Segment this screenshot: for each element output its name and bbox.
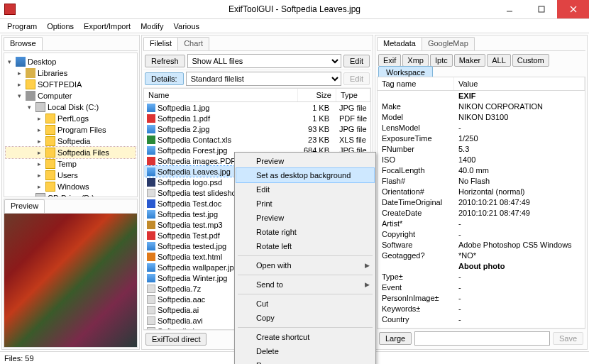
tab-browse[interactable]: Browse	[4, 37, 43, 50]
col-type[interactable]: Type	[336, 89, 370, 101]
context-menu-item[interactable]: Edit	[236, 182, 374, 197]
metadata-body[interactable]: EXIFMakeNIKON CORPORATIONModelNIKON D310…	[378, 91, 585, 325]
metadata-row[interactable]: ExposureTime1/250	[378, 133, 585, 144]
context-menu-item[interactable]: Delete	[236, 344, 374, 358]
metadata-row[interactable]: Event-	[378, 282, 585, 293]
tab-googlemap[interactable]: GoogleMap	[422, 37, 475, 50]
menu-modify[interactable]: Modify	[136, 21, 167, 32]
tree-item[interactable]: ▾Desktop	[6, 56, 136, 67]
expander-icon[interactable]: ▾	[26, 104, 33, 111]
metadata-row[interactable]: Type±-	[378, 272, 585, 282]
details-button[interactable]: Details:	[145, 72, 184, 85]
folder-tree[interactable]: ▾Desktop▸Libraries▸SOFTPEDIA▾Computer▾Lo…	[4, 53, 138, 197]
tab-metadata[interactable]: Metadata	[377, 37, 422, 50]
filter-combo[interactable]: Show ALL files	[187, 54, 342, 68]
metadata-row[interactable]: Flash#No Flash	[378, 176, 585, 187]
expander-icon[interactable]: ▾	[16, 92, 23, 100]
metadata-row[interactable]: About photo	[378, 261, 585, 272]
expander-icon[interactable]: ▸	[35, 149, 43, 157]
metadata-row[interactable]: FNumber5.3	[378, 144, 585, 155]
file-row[interactable]: Softpedia 1.jpg1 KBJPG file	[144, 102, 370, 113]
metadata-row[interactable]: LensModel-	[378, 123, 585, 133]
metadata-row[interactable]: MakeNIKON CORPORATION	[378, 101, 585, 112]
tree-item[interactable]: ▸Users	[6, 170, 136, 181]
meta-btn-xmp[interactable]: Xmp	[402, 54, 429, 67]
context-menu-item[interactable]: Rotate left	[236, 239, 374, 253]
meta-btn-custom[interactable]: Custom	[512, 54, 549, 67]
metadata-value-input[interactable]	[414, 331, 550, 346]
expander-icon[interactable]: ▸	[35, 115, 43, 123]
tree-item[interactable]: ▸Program Files	[6, 124, 136, 136]
expander-icon[interactable]: ▾	[6, 58, 13, 66]
menu-program[interactable]: Program	[3, 21, 41, 32]
menu-options[interactable]: Options	[43, 21, 78, 32]
col-value[interactable]: Value	[454, 77, 585, 90]
context-menu-item[interactable]: Copy	[236, 311, 374, 325]
expander-icon[interactable]: ▸	[35, 138, 43, 145]
refresh-button[interactable]: Refresh	[145, 55, 185, 67]
tree-item[interactable]: ▸Libraries	[6, 67, 136, 79]
context-menu-item[interactable]: Send to▶	[236, 277, 374, 292]
context-menu-item[interactable]: Print	[236, 197, 374, 211]
metadata-row[interactable]: PersonInImage±-	[378, 293, 585, 304]
metadata-row[interactable]: Copyright-	[378, 229, 585, 240]
filelist-mode-combo[interactable]: Standard filelist	[186, 72, 341, 86]
metadata-row[interactable]: Geotagged?*NO*	[378, 250, 585, 261]
large-button[interactable]: Large	[379, 332, 412, 345]
meta-btn-all[interactable]: ALL	[487, 54, 511, 67]
tree-item[interactable]: ▸CD Drive (D:)	[6, 192, 136, 197]
context-menu-item[interactable]: Rotate right	[236, 225, 374, 239]
expander-icon[interactable]: ▸	[35, 172, 43, 180]
tree-item[interactable]: ▸SOFTPEDIA	[6, 79, 136, 90]
expander-icon[interactable]: ▸	[16, 70, 23, 77]
context-menu-item[interactable]: Open with▶	[236, 258, 374, 272]
tree-item[interactable]: ▸PerfLogs	[6, 113, 136, 124]
tree-item[interactable]: ▸Softpedia Files	[6, 147, 136, 158]
tree-item[interactable]: ▸Softpedia	[6, 136, 136, 147]
minimize-button[interactable]	[493, 0, 525, 18]
metadata-row[interactable]: ISO1400	[378, 155, 585, 165]
menu-various[interactable]: Various	[170, 21, 204, 32]
metadata-row[interactable]: EXIF	[378, 91, 585, 101]
expander-icon[interactable]: ▸	[35, 183, 43, 191]
tab-preview[interactable]: Preview	[4, 199, 45, 213]
close-button[interactable]	[557, 0, 589, 18]
file-row[interactable]: Softpedia 2.jpg93 KBJPG file	[144, 123, 370, 134]
file-row[interactable]: Softpedia 1.pdf1 KBPDF file	[144, 113, 370, 123]
context-menu-item[interactable]: Preview	[236, 211, 374, 225]
context-menu-item[interactable]: Rename	[236, 358, 374, 364]
tree-item[interactable]: ▾Computer	[6, 90, 136, 101]
exiftool-direct-button[interactable]: ExifTool direct	[145, 333, 207, 346]
metadata-row[interactable]: ModelNIKON D3100	[378, 112, 585, 123]
metadata-row[interactable]: Artist*-	[378, 219, 585, 229]
meta-btn-iptc[interactable]: Iptc	[430, 54, 453, 67]
col-name[interactable]: Name	[144, 89, 298, 101]
expander-icon[interactable]: ▸	[16, 81, 23, 89]
menu-export-import[interactable]: Export/Import	[79, 21, 135, 32]
metadata-row[interactable]: SoftwareAdobe Photoshop CS5 Windows	[378, 240, 585, 250]
meta-btn-maker[interactable]: Maker	[454, 54, 486, 67]
expander-icon[interactable]: ▸	[35, 160, 43, 168]
tree-item[interactable]: ▸Temp	[6, 158, 136, 170]
metadata-row[interactable]: Orientation#Horizontal (normal)	[378, 187, 585, 197]
metadata-row[interactable]: DateTimeOriginal2010:10:21 08:47:49	[378, 197, 585, 208]
context-menu-item[interactable]: Create shortcut	[236, 330, 374, 344]
context-menu-item[interactable]: Set as desktop background	[236, 168, 374, 182]
maximize-button[interactable]	[525, 0, 557, 18]
tree-item[interactable]: ▾Local Disk (C:)	[6, 101, 136, 113]
metadata-row[interactable]: FocalLength40.0 mm	[378, 165, 585, 176]
edit-filter-button[interactable]: Edit	[343, 55, 370, 67]
col-tagname[interactable]: Tag name	[378, 77, 454, 90]
expander-icon[interactable]: ▸	[26, 194, 33, 198]
context-menu-item[interactable]: Cut	[236, 297, 374, 311]
metadata-row[interactable]: Keywords±-	[378, 304, 585, 314]
col-size[interactable]: Size	[298, 89, 336, 101]
context-menu-item[interactable]: Preview	[236, 154, 374, 168]
tab-chart[interactable]: Chart	[177, 37, 209, 50]
meta-btn-exif[interactable]: Exif	[378, 54, 401, 67]
metadata-row[interactable]: Country-	[378, 314, 585, 325]
metadata-row[interactable]: CreateDate2010:10:21 08:47:49	[378, 208, 585, 219]
tree-item[interactable]: ▸Windows	[6, 181, 136, 192]
tab-filelist[interactable]: Filelist	[143, 37, 178, 50]
file-row[interactable]: Softpedia Contact.xls23 KBXLS file	[144, 134, 370, 145]
